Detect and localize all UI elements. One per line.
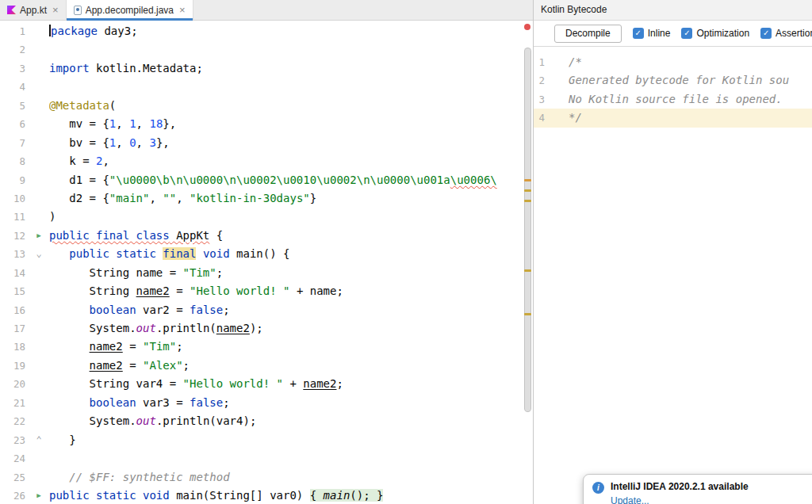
vertical-scrollbar[interactable]: [524, 48, 531, 412]
code-text[interactable]: /*: [569, 53, 812, 71]
code-token: boolean: [90, 304, 136, 316]
code-text[interactable]: [49, 40, 533, 59]
code-token: "": [163, 192, 176, 204]
code-text[interactable]: String name2 = "Hello world! " + name;: [49, 282, 533, 300]
code-token: void: [196, 247, 229, 260]
code-text[interactable]: [49, 449, 533, 468]
code-line: 6 mv = {1, 1, 18},: [3, 115, 533, 133]
code-text[interactable]: d1 = {"\u0000\b\n\u0000\n\u0002\u0010\u0…: [49, 171, 533, 189]
code-text[interactable]: d2 = {"main", "", "kotlin-in-30days"}: [49, 189, 533, 208]
code-text[interactable]: boolean var3 = false;: [49, 394, 533, 412]
code-token: day3;: [98, 25, 138, 37]
code-token: .println(var4);: [156, 414, 256, 427]
code-token: =: [123, 340, 143, 353]
code-text[interactable]: boolean var2 = false;: [49, 301, 533, 319]
fold-icon[interactable]: ⌄: [29, 245, 49, 263]
gutter: [29, 97, 49, 115]
code-text[interactable]: @Metadata(: [49, 97, 533, 115]
kotlin-file-icon: [7, 6, 16, 14]
code-line: 8 k = 2,: [3, 152, 533, 170]
code-text[interactable]: public static void main(String[] var0) {…: [49, 487, 533, 504]
decompile-button[interactable]: Decompile: [554, 25, 622, 43]
code-text[interactable]: No Kotlin source file is opened.: [569, 90, 812, 109]
code-token: import: [49, 62, 90, 74]
line-number: 6: [3, 115, 29, 133]
line-number: 9: [3, 171, 29, 189]
gutter: [29, 357, 49, 375]
code-text[interactable]: public static final void main() {: [49, 245, 533, 263]
checkbox-inline[interactable]: ✓Inline: [633, 28, 671, 39]
ide-window: App.kt × App.decompiled.java × 1package …: [0, 0, 812, 504]
code-line: 3No Kotlin source file is opened.: [534, 90, 812, 109]
line-number: 4: [3, 78, 29, 96]
code-token: ): [49, 210, 56, 223]
code-token: 1: [129, 117, 136, 130]
code-text[interactable]: import kotlin.Metadata;: [49, 59, 533, 78]
code-token: var3 =: [136, 396, 190, 409]
code-text[interactable]: Generated bytecode for Kotlin sou: [569, 71, 812, 90]
code-token: name2: [90, 340, 123, 353]
code-token: main(String[] var0): [170, 489, 310, 502]
checkbox-icon[interactable]: ✓: [633, 28, 644, 39]
code-line: 25 // $FF: synthetic method: [3, 468, 533, 487]
code-token: ,: [116, 117, 129, 130]
code-token: {: [310, 489, 324, 502]
fold-icon[interactable]: ⌃: [29, 431, 49, 449]
code-text[interactable]: k = 2,: [49, 152, 533, 170]
run-icon[interactable]: ▶: [29, 227, 49, 245]
code-text[interactable]: public final class AppKt {: [49, 227, 533, 245]
line-number: 14: [3, 264, 29, 282]
line-number: 22: [3, 412, 29, 430]
bytecode-viewer[interactable]: 1/*2Generated bytecode for Kotlin sou3No…: [534, 48, 812, 504]
code-token: "Tim": [183, 266, 216, 279]
tab-app-decompiled-java[interactable]: App.decompiled.java ×: [67, 0, 193, 20]
gutter: [29, 338, 49, 356]
code-text[interactable]: // $FF: synthetic method: [49, 468, 533, 487]
code-text[interactable]: mv = {1, 1, 18},: [49, 115, 533, 133]
close-icon[interactable]: ×: [179, 5, 186, 15]
line-number: 4: [534, 109, 548, 127]
line-number: 2: [534, 71, 548, 90]
code-token: out: [136, 414, 156, 427]
code-text[interactable]: ): [49, 208, 533, 226]
code-text[interactable]: name2 = "Tim";: [49, 338, 533, 356]
code-text[interactable]: name2 = "Alex";: [49, 357, 533, 375]
checkbox-optimization[interactable]: ✓Optimization: [681, 28, 749, 39]
gutter: [29, 208, 49, 226]
close-icon[interactable]: ×: [52, 5, 59, 15]
code-text[interactable]: bv = {1, 0, 3},: [49, 134, 533, 152]
inspections-error-indicator[interactable]: [524, 24, 530, 30]
code-editor[interactable]: 1package day3;23import kotlin.Metadata;4…: [0, 21, 533, 504]
stripe-mark[interactable]: [524, 189, 531, 192]
stripe-mark[interactable]: [524, 179, 531, 181]
kotlin-bytecode-toolwindow: Kotlin Bytecode Decompile ✓Inline✓Optimi…: [534, 0, 812, 504]
code-line: 13⌄ public static final void main() {: [3, 245, 533, 263]
code-text[interactable]: System.out.println(name2);: [49, 319, 533, 338]
checkbox-icon[interactable]: ✓: [760, 28, 772, 39]
checkbox-icon[interactable]: ✓: [681, 28, 692, 39]
checkbox-assertions[interactable]: ✓Assertions: [760, 28, 812, 39]
code-text[interactable]: String name = "Tim";: [49, 264, 533, 282]
code-line: 18 name2 = "Tim";: [3, 338, 533, 356]
line-number: 10: [3, 189, 29, 208]
gutter: [29, 319, 49, 338]
update-link[interactable]: Update...: [611, 495, 812, 504]
stripe-mark[interactable]: [524, 269, 531, 272]
stripe-mark[interactable]: [524, 200, 531, 202]
line-number: 1: [3, 22, 29, 40]
stripe-mark[interactable]: [524, 313, 531, 315]
code-text[interactable]: String var4 = "Hello world! " + name2;: [49, 375, 533, 393]
run-icon[interactable]: ▶: [29, 487, 49, 504]
tab-app-kt[interactable]: App.kt ×: [0, 0, 67, 20]
code-line: 16 boolean var2 = false;: [3, 301, 533, 319]
gutter: [29, 264, 49, 282]
code-text[interactable]: [49, 78, 533, 96]
code-text[interactable]: */: [569, 109, 812, 127]
code-token: ,: [149, 192, 163, 204]
code-line: 15 String name2 = "Hello world! " + name…: [3, 282, 533, 300]
gutter: [29, 115, 49, 133]
code-line: 12▶public final class AppKt {: [3, 227, 533, 245]
code-text[interactable]: }: [49, 431, 533, 449]
code-text[interactable]: package day3;: [49, 22, 533, 40]
code-text[interactable]: System.out.println(var4);: [49, 412, 533, 430]
